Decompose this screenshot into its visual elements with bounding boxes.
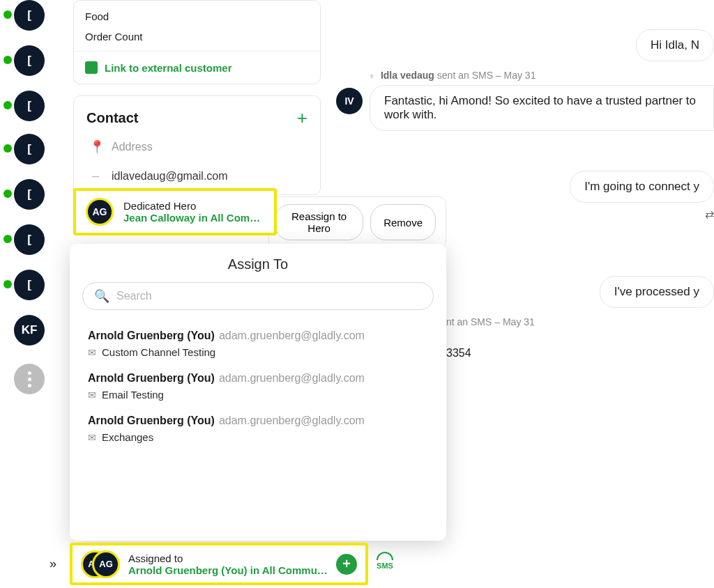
presence-dot-icon (3, 56, 12, 64)
rail-more-button[interactable] (14, 364, 45, 394)
left-rail: » [[[[[[[KF (0, 0, 59, 588)
message-fragment: 3354 (446, 347, 471, 359)
outgoing-message[interactable]: I've processed y (600, 276, 714, 308)
sms-badge-icon: ᯤ (370, 72, 377, 80)
rail-avatar[interactable]: KF (14, 315, 45, 346)
assigned-subtitle: Arnold Gruenberg (You) in All Communica… (128, 564, 328, 576)
dedicated-hero-title: Dedicated Hero (123, 200, 263, 212)
link-external-customer[interactable]: Link to external customer (74, 51, 320, 84)
search-icon: 🔍 (94, 288, 109, 304)
assign-item-email: adam.gruenberg@gladly.com (219, 372, 365, 384)
assign-item-email: adam.gruenberg@gladly.com (219, 415, 365, 426)
presence-dot-icon (3, 101, 12, 109)
dedicated-hero-card[interactable]: AG Dedicated Hero Jean Calloway in All C… (73, 188, 277, 235)
assign-list-item[interactable]: Arnold Gruenberg (You)adam.gruenberg@gla… (82, 323, 434, 365)
rail-avatar[interactable]: [ (14, 179, 45, 210)
message-meta: ᯤ Idla vedaug sent an SMS – May 31 (370, 70, 536, 81)
external-link-icon (85, 61, 98, 74)
presence-dot-icon (3, 10, 12, 19)
inbox-icon: ✉ (88, 389, 96, 401)
rail-avatar[interactable]: [ (14, 91, 45, 121)
rail-avatar[interactable]: [ (14, 45, 45, 76)
assign-search-input[interactable] (116, 290, 422, 302)
contact-header: Contact (86, 110, 138, 126)
rail-avatar[interactable]: [ (14, 134, 45, 164)
remove-button[interactable]: Remove (370, 204, 436, 240)
assign-list-item[interactable]: Arnold Gruenberg (You)adam.gruenberg@gla… (82, 365, 434, 408)
incoming-message[interactable]: Fantastic, hi Amond! So excited to have … (370, 85, 714, 131)
contact-address-row[interactable]: 📍 Address (74, 132, 320, 162)
attr-order-count: Order Count (85, 26, 309, 47)
assign-to-title: Assign To (82, 256, 434, 272)
hero-avatar: AG (86, 198, 114, 226)
contact-card: Contact + 📍 Address – idlavedaug@gmail.c… (73, 95, 321, 195)
assigned-avatar-2: AG (92, 550, 120, 578)
rail-avatar[interactable]: [ (14, 0, 45, 31)
email-icon: – (89, 169, 102, 183)
message-meta: nt an SMS – May 31 (446, 316, 535, 327)
assigned-title: Assigned to (128, 552, 328, 564)
reassign-button[interactable]: Reassign to Hero (275, 204, 363, 240)
rail-expand-button[interactable]: » (42, 553, 63, 574)
assign-item-email: adam.gruenberg@gladly.com (219, 330, 365, 341)
assigned-add-button[interactable]: + (336, 554, 357, 575)
attr-food: Food (85, 6, 309, 26)
presence-dot-icon (3, 280, 12, 288)
assigned-footer[interactable]: AG AG Assigned to Arnold Gruenberg (You)… (70, 543, 368, 585)
attributes-card: Food Order Count Link to external custom… (73, 0, 321, 84)
more-icon (28, 371, 31, 387)
rail-avatar[interactable]: [ (14, 270, 45, 300)
meta-rest: sent an SMS – May 31 (434, 70, 536, 81)
outgoing-message[interactable]: I'm going to connect y (570, 171, 714, 203)
assign-item-inbox: Email Testing (102, 389, 164, 401)
assign-item-inbox: Custom Channel Testing (102, 346, 215, 358)
contact-address-label: Address (112, 141, 153, 153)
assign-to-panel: Assign To 🔍 Arnold Gruenberg (You)adam.g… (70, 244, 446, 541)
add-contact-button[interactable]: + (297, 109, 307, 127)
contact-email: idlavedaug@gmail.com (112, 170, 228, 183)
outgoing-message[interactable]: Hi Idla, N (636, 29, 714, 61)
assign-item-inbox: Exchanges (102, 431, 153, 443)
meta-sender: Idla vedaug (381, 70, 434, 81)
pin-icon: 📍 (89, 139, 102, 155)
assign-item-name: Arnold Gruenberg (You) (88, 372, 215, 384)
presence-dot-icon (3, 189, 12, 198)
sms-channel-icon[interactable]: SMS (377, 552, 393, 570)
presence-dot-icon (3, 144, 12, 153)
exchange-icon[interactable]: ⇄ (705, 208, 714, 221)
sender-avatar: IV (336, 88, 363, 114)
presence-dot-icon (3, 235, 12, 243)
assign-search[interactable]: 🔍 (82, 282, 434, 310)
sms-label: SMS (377, 562, 393, 570)
assign-list-item[interactable]: Arnold Gruenberg (You)adam.gruenberg@gla… (82, 408, 434, 450)
assigned-avatars: AG AG (81, 550, 120, 578)
dedicated-hero-subtitle: Jean Calloway in All Commu… (123, 212, 263, 224)
assign-item-name: Arnold Gruenberg (You) (88, 330, 215, 341)
assign-item-name: Arnold Gruenberg (You) (88, 415, 215, 426)
rail-avatar[interactable]: [ (14, 224, 45, 255)
link-external-label: Link to external customer (105, 62, 232, 74)
inbox-icon: ✉ (88, 432, 96, 443)
contact-email-row[interactable]: – idlavedaug@gmail.com (74, 162, 320, 190)
inbox-icon: ✉ (88, 347, 96, 358)
hero-actions: Reassign to Hero Remove (268, 196, 446, 248)
